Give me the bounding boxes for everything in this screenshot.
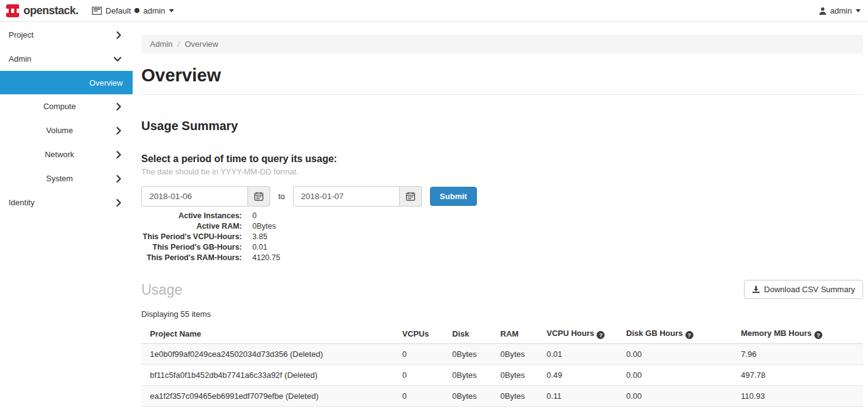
stat-label: Active Instances: [141,211,242,221]
breadcrumb-separator: / [178,39,180,49]
stat-ram-hours: This Period's RAM-Hours: 4120.75 [141,253,863,263]
download-csv-button[interactable]: Download CSV Summary [744,280,863,299]
dot-separator-icon [134,8,139,13]
cell-disk: 0Bytes [444,386,492,407]
col-header-project-name[interactable]: Project Name [141,324,394,344]
to-label: to [278,192,285,201]
col-header-ram[interactable]: RAM [492,324,538,344]
context-domain: Default [105,6,131,15]
stat-active-ram: Active RAM: 0Bytes [141,221,863,232]
stat-value: 0 [252,211,257,221]
table-row: 1e0b0f99af0249cea24502034d73d356 (Delete… [141,344,863,365]
sidebar-item-label: Overview [89,78,123,88]
sidebar-item-compute[interactable]: Compute [0,94,133,118]
cell-ram: 0Bytes [492,365,538,386]
help-icon[interactable]: ? [597,331,605,339]
date-from-group [141,186,270,206]
main-content: Admin / Overview Overview Usage Summary … [133,22,868,413]
chevron-down-icon [169,9,174,12]
sidebar-item-label: Project [9,30,33,39]
sidebar-item-admin[interactable]: Admin [0,47,133,71]
query-prompt: Select a period of time to query its usa… [141,153,863,165]
query-hint: The date should be in YYYY-MM-DD format. [141,167,863,177]
sidebar-item-label: Volume [46,126,73,135]
stat-label: Active RAM: [141,221,242,232]
cell-vcpu-hours: 0.49 [538,365,618,386]
stat-label: This Period's RAM-Hours: [141,253,242,263]
col-header-label: Project Name [150,329,201,338]
cell-project-name: 1e0b0f99af0249cea24502034d73d356 (Delete… [141,344,394,365]
calendar-button[interactable] [399,186,422,206]
sidebar-item-label: Network [45,150,75,159]
stat-active-instances: Active Instances: 0 [141,211,863,221]
cell-disk-gb-hours: 0.00 [618,365,732,386]
cell-ram: 0Bytes [492,344,538,365]
chevron-right-icon [116,102,122,110]
chevron-down-icon [114,56,122,62]
table-row: ea1f2f357c09465eb6991edf7079efbe (Delete… [141,386,863,407]
title-divider [141,94,863,95]
sidebar-item-project[interactable]: Project [0,23,133,47]
submit-button[interactable]: Submit [430,187,477,206]
date-to-input[interactable] [293,186,399,206]
cell-vcpus: 0 [394,344,444,365]
cell-vcpu-hours: 0.11 [538,386,618,407]
download-icon [752,285,760,293]
sidebar-item-overview[interactable]: Overview [0,71,133,94]
chevron-right-icon [116,126,122,134]
chevron-right-icon [116,31,122,39]
user-menu[interactable]: admin [819,6,861,15]
sidebar-item-volume[interactable]: Volume [0,118,133,142]
stat-value: 0Bytes [252,221,276,232]
stat-label: This Period's VCPU-Hours: [141,232,242,242]
date-to-group [293,186,422,206]
domain-icon [92,7,102,15]
usage-stats: Active Instances: 0 Active RAM: 0Bytes T… [141,211,863,263]
usage-summary-heading: Usage Summary [141,118,863,133]
cell-vcpus: 0 [394,365,444,386]
col-header-memory-mb-hours[interactable]: Memory MB Hours? [732,324,863,344]
col-header-label: Disk [452,329,469,338]
col-header-label: RAM [500,329,519,338]
sidebar: Project Admin Overview Compute Volume Ne… [0,22,133,215]
stat-value: 3.85 [252,232,267,242]
col-header-disk[interactable]: Disk [444,324,492,344]
sidebar-item-label: System [46,174,73,183]
sidebar-item-identity[interactable]: Identity [0,190,133,215]
sidebar-item-system[interactable]: System [0,166,133,190]
help-icon[interactable]: ? [685,331,693,339]
breadcrumb-current: Overview [184,39,218,49]
openstack-logo-icon [6,4,19,17]
chevron-right-icon [116,198,122,206]
cell-disk: 0Bytes [444,365,492,386]
col-header-label: VCPUs [402,329,429,338]
col-header-label: Disk GB Hours [626,329,683,338]
stat-value: 0.01 [252,242,267,253]
context-switcher[interactable]: Default admin [92,6,174,15]
calendar-icon [406,192,415,201]
breadcrumb-admin[interactable]: Admin [150,39,173,49]
stat-vcpu-hours: This Period's VCPU-Hours: 3.85 [141,232,863,242]
date-from-input[interactable] [141,186,247,206]
col-header-vcpus[interactable]: VCPUs [394,324,444,344]
cell-memory-mb-hours: 497.78 [732,365,863,386]
sidebar-item-network[interactable]: Network [0,142,133,166]
sidebar-item-label: Identity [9,198,35,207]
cell-disk: 0Bytes [444,344,492,365]
brand-link[interactable]: openstack. [6,4,78,17]
stat-label: This Period's GB-Hours: [141,242,242,253]
col-header-disk-gb-hours[interactable]: Disk GB Hours? [618,324,732,344]
context-project: admin [143,6,165,15]
usage-table: Project Name VCPUs Disk RAM VCPU Hours? … [141,324,863,407]
col-header-vcpu-hours[interactable]: VCPU Hours? [538,324,618,344]
sidebar-item-label: Admin [9,54,31,63]
usage-heading: Usage [141,280,182,299]
chevron-right-icon [116,150,122,158]
cell-memory-mb-hours: 7.96 [732,344,863,365]
stat-value: 4120.75 [252,253,280,263]
usage-section-header: Usage Download CSV Summary [141,280,863,299]
cell-project-name: bf11c5fa0f1b452db4b7741a6c33a92f (Delete… [141,365,394,386]
brand-text: openstack. [23,4,78,17]
help-icon[interactable]: ? [814,331,822,339]
calendar-button[interactable] [247,186,270,206]
